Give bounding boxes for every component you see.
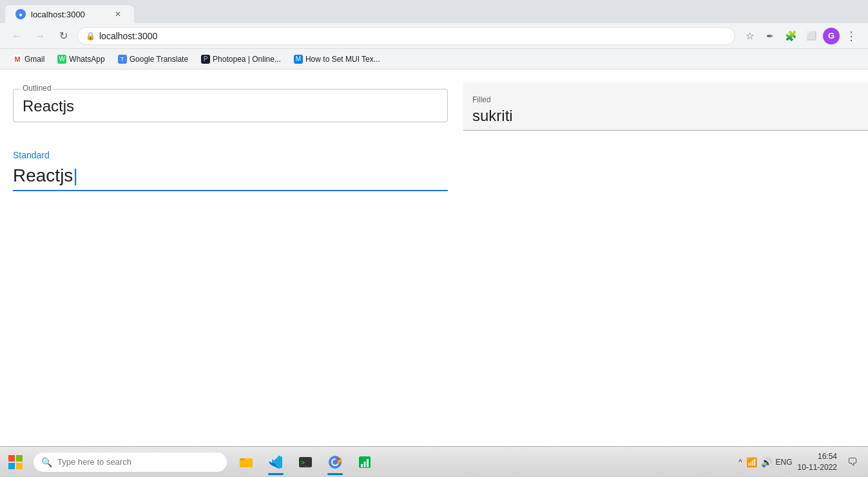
start-button[interactable]: [0, 447, 31, 478]
gmail-favicon-icon: M: [13, 55, 22, 64]
bookmark-translate[interactable]: T Google Translate: [113, 52, 193, 66]
taskbar-search-input[interactable]: [57, 457, 219, 467]
reload-button[interactable]: ↻: [54, 27, 72, 45]
outlined-field-wrapper: Outlined Reactjs: [13, 82, 456, 131]
taskbar: 🔍 >_: [0, 446, 868, 477]
filled-field-value: sukriti: [472, 107, 868, 125]
outlined-field-value: Reactjs: [23, 97, 438, 115]
bookmark-whatsapp-label: WhatsApp: [69, 55, 104, 64]
page-content: Outlined Reactjs Filled sukriti Standard…: [0, 70, 868, 446]
taskbar-vscode[interactable]: [262, 448, 290, 476]
filled-field-wrapper: Filled sukriti: [456, 82, 868, 131]
notification-button[interactable]: 🗨: [842, 452, 863, 472]
bookmark-translate-label: Google Translate: [130, 55, 188, 64]
taskbar-chrome[interactable]: [321, 448, 349, 476]
standard-field-label: Standard: [13, 150, 855, 160]
file-explorer-icon: [238, 454, 254, 470]
url-text: localhost:3000: [99, 31, 157, 41]
tab-bar: ● localhost:3000 ✕: [0, 0, 868, 23]
clock-area[interactable]: 16:54 10-11-2022: [798, 451, 837, 473]
terminal-icon: >_: [298, 454, 313, 470]
cast-button[interactable]: ⬜: [802, 27, 820, 45]
mui-container: Outlined Reactjs Filled sukriti Standard…: [0, 70, 868, 204]
lock-icon: 🔒: [86, 32, 95, 41]
taskbar-terminal[interactable]: >_: [291, 448, 320, 476]
svg-point-10: [333, 460, 338, 465]
taskbar-file-explorer[interactable]: [232, 448, 260, 476]
svg-rect-14: [367, 459, 369, 467]
svg-rect-3: [16, 463, 23, 469]
translate-favicon-icon: T: [118, 55, 127, 64]
svg-rect-13: [364, 462, 366, 467]
tab-close-button[interactable]: ✕: [112, 8, 124, 20]
browser-chrome: ● localhost:3000 ✕ ← → ↻ 🔒 localhost:300…: [0, 0, 868, 70]
outlined-field[interactable]: Outlined Reactjs: [13, 89, 448, 122]
filled-field-label: Filled: [472, 95, 868, 104]
tray-lang: ENG: [776, 458, 793, 467]
windows-logo-icon: [8, 455, 23, 469]
tray-volume-icon: 🔊: [761, 457, 772, 467]
bookmark-gmail-label: Gmail: [24, 55, 44, 64]
standard-field[interactable]: Reactjs: [13, 163, 448, 191]
bookmark-mui[interactable]: M How to Set MUI Tex...: [289, 52, 385, 66]
profile-button[interactable]: G: [823, 28, 840, 44]
bookmarks-bar: M Gmail W WhatsApp T Google Translate P …: [0, 49, 868, 70]
eyedropper-button[interactable]: ✒: [761, 27, 779, 45]
bookmark-whatsapp[interactable]: W WhatsApp: [52, 52, 110, 66]
taskbar-search-box[interactable]: 🔍: [34, 453, 227, 472]
bookmark-photopea[interactable]: P Photopea | Online...: [196, 52, 286, 66]
taskbar-right: ^ 📶 🔊 ENG 16:54 10-11-2022 🗨: [738, 451, 868, 473]
svg-rect-2: [8, 463, 15, 469]
bookmark-photopea-label: Photopea | Online...: [213, 55, 281, 64]
taskbar-apps: >_: [227, 448, 738, 476]
outlined-field-label: Outlined: [20, 84, 54, 93]
svg-text:>_: >_: [301, 459, 309, 467]
clock-date: 10-11-2022: [798, 462, 837, 473]
bookmark-mui-label: How to Set MUI Tex...: [305, 55, 380, 64]
tray-expand[interactable]: ^: [738, 458, 742, 467]
chrome-icon: [327, 454, 343, 470]
bookmark-gmail[interactable]: M Gmail: [8, 52, 50, 66]
menu-button[interactable]: ⋮: [842, 27, 860, 45]
filled-field[interactable]: Filled sukriti: [463, 82, 868, 131]
nav-bar: ← → ↻ 🔒 localhost:3000 ☆ ✒ 🧩 ⬜ G ⋮: [0, 23, 868, 49]
mui-favicon-icon: M: [294, 55, 303, 64]
svg-rect-0: [8, 455, 15, 462]
system-tray: ^ 📶 🔊 ENG: [738, 457, 793, 467]
fields-row: Outlined Reactjs Filled sukriti: [13, 82, 855, 131]
whatsapp-favicon-icon: W: [57, 55, 66, 64]
nav-right-icons: ☆ ✒ 🧩 ⬜ G ⋮: [740, 27, 860, 45]
clock-time: 16:54: [798, 451, 837, 462]
svg-rect-5: [240, 460, 253, 467]
svg-rect-12: [361, 464, 363, 467]
photopea-favicon-icon: P: [201, 55, 210, 64]
extensions-button[interactable]: 🧩: [782, 27, 800, 45]
active-tab[interactable]: ● localhost:3000 ✕: [5, 5, 134, 23]
tray-network-icon: 📶: [746, 457, 757, 467]
svg-rect-1: [16, 455, 23, 462]
forward-button[interactable]: →: [31, 27, 49, 45]
tab-title: localhost:3000: [31, 10, 85, 19]
standard-section: Standard Reactjs: [13, 150, 855, 191]
taskbar-notepad[interactable]: [351, 448, 379, 476]
back-button[interactable]: ←: [8, 27, 26, 45]
chart-app-icon: [357, 454, 372, 470]
tab-favicon: ●: [15, 9, 26, 19]
taskbar-search-icon: 🔍: [41, 457, 52, 467]
vscode-icon: [268, 454, 284, 470]
standard-field-value: Reactjs: [13, 165, 78, 185]
bookmark-button[interactable]: ☆: [740, 27, 758, 45]
address-bar[interactable]: 🔒 localhost:3000: [77, 27, 735, 45]
